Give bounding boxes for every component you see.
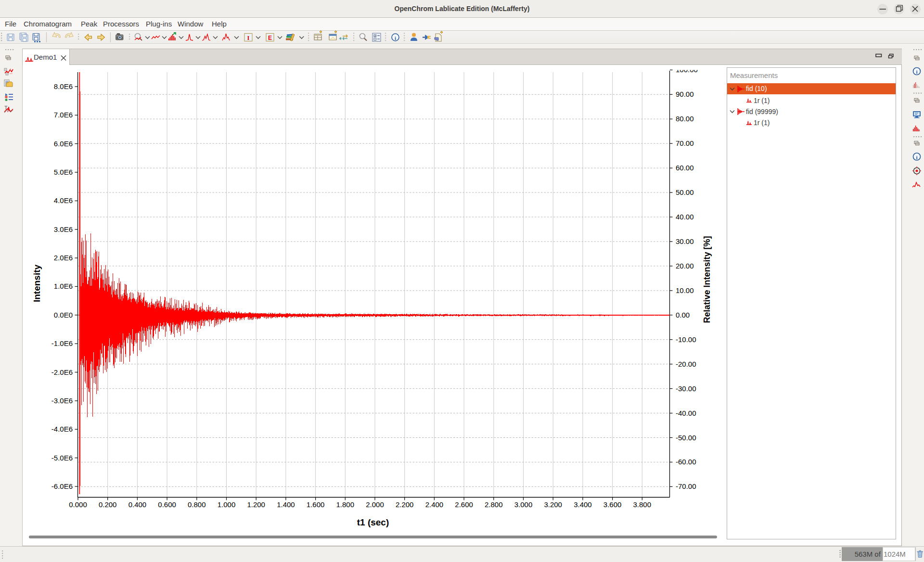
svg-text:3.0E6: 3.0E6 xyxy=(54,225,73,233)
svg-text:80.00: 80.00 xyxy=(676,115,694,123)
svg-text:0.400: 0.400 xyxy=(128,500,147,509)
svg-text:1.200: 1.200 xyxy=(247,500,265,509)
svg-text:3.800: 3.800 xyxy=(633,500,652,509)
svg-text:0.0E0: 0.0E0 xyxy=(54,311,73,319)
svg-text:4.0E6: 4.0E6 xyxy=(54,196,73,204)
svg-text:100.00: 100.00 xyxy=(676,65,698,74)
svg-text:Relative Intensity [%]: Relative Intensity [%] xyxy=(702,236,712,323)
svg-text:t1 (sec): t1 (sec) xyxy=(357,517,389,527)
svg-text:8.0E6: 8.0E6 xyxy=(54,82,73,90)
svg-text:3.400: 3.400 xyxy=(574,500,592,509)
svg-text:90.00: 90.00 xyxy=(676,90,694,98)
svg-text:30.00: 30.00 xyxy=(676,237,694,245)
svg-text:-4.0E6: -4.0E6 xyxy=(51,425,73,433)
svg-text:70.00: 70.00 xyxy=(676,139,694,147)
svg-text:-2.0E6: -2.0E6 xyxy=(51,368,73,376)
svg-text:0.000: 0.000 xyxy=(69,500,87,509)
svg-text:2.600: 2.600 xyxy=(455,500,473,509)
svg-text:-3.0E6: -3.0E6 xyxy=(51,396,73,405)
svg-text:1.000: 1.000 xyxy=(218,500,236,509)
svg-text:-6.0E6: -6.0E6 xyxy=(51,482,73,490)
svg-text:0.800: 0.800 xyxy=(188,500,206,509)
svg-text:-40.00: -40.00 xyxy=(676,409,696,417)
svg-text:3.200: 3.200 xyxy=(544,500,562,509)
svg-text:-5.0E6: -5.0E6 xyxy=(51,454,73,462)
svg-text:0.600: 0.600 xyxy=(158,500,176,509)
svg-text:-70.00: -70.00 xyxy=(676,482,696,490)
svg-text:I: I xyxy=(247,34,249,41)
svg-text:50.00: 50.00 xyxy=(676,188,694,196)
svg-text:2.400: 2.400 xyxy=(425,500,444,509)
svg-text:Intensity: Intensity xyxy=(32,265,42,303)
svg-text:10.00: 10.00 xyxy=(676,286,694,294)
svg-text:i: i xyxy=(916,69,917,75)
svg-text:3.600: 3.600 xyxy=(603,500,622,509)
svg-text:7.0E6: 7.0E6 xyxy=(54,111,73,119)
svg-text:-30.00: -30.00 xyxy=(676,384,696,393)
svg-text:0.00: 0.00 xyxy=(676,311,690,319)
svg-text:2.0E6: 2.0E6 xyxy=(54,254,73,262)
svg-text:i: i xyxy=(916,154,917,160)
svg-text:-10.00: -10.00 xyxy=(676,335,696,344)
svg-text:1.400: 1.400 xyxy=(277,500,295,509)
svg-text:2.200: 2.200 xyxy=(396,500,414,509)
svg-text:-20.00: -20.00 xyxy=(676,360,696,368)
svg-text:1.600: 1.600 xyxy=(307,500,325,509)
svg-text:0.200: 0.200 xyxy=(99,500,117,509)
svg-text:E: E xyxy=(268,35,272,41)
svg-text:6.0E6: 6.0E6 xyxy=(54,140,73,148)
svg-text:3.000: 3.000 xyxy=(514,500,533,509)
svg-text:-50.00: -50.00 xyxy=(676,434,696,442)
svg-text:2.800: 2.800 xyxy=(485,500,503,509)
svg-text:40.00: 40.00 xyxy=(676,213,694,221)
svg-text:1.0E6: 1.0E6 xyxy=(54,282,73,290)
svg-text:20.00: 20.00 xyxy=(676,262,694,270)
svg-text:i: i xyxy=(395,35,396,41)
svg-text:1.800: 1.800 xyxy=(336,500,355,509)
svg-text:-60.00: -60.00 xyxy=(676,458,696,466)
svg-text:-1.0E6: -1.0E6 xyxy=(51,339,73,347)
svg-text:2.000: 2.000 xyxy=(366,500,384,509)
svg-text:60.00: 60.00 xyxy=(676,164,694,172)
svg-text:5.0E6: 5.0E6 xyxy=(54,168,73,176)
